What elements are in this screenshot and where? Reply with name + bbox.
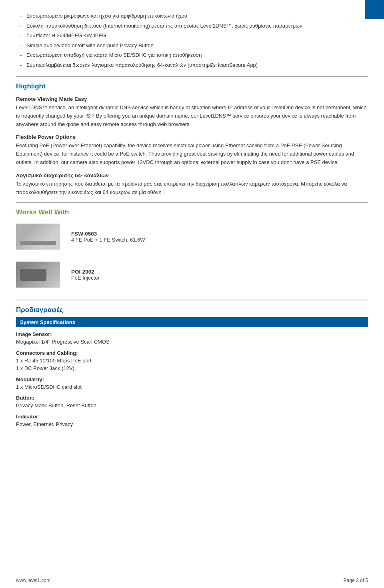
works-well-with-section: Works Well With FSW-0503 4 FE PoE + 1 FE… [16,208,368,288]
product-desc-poi: PoE Injector [71,275,100,281]
product-desc-fsw: 4 FE PoE + 1 FE Switch, 61.6W [71,237,145,243]
product-image-poi [16,262,60,288]
spec-value-modularity: 1 x MicroSD/SDHC card slot [16,384,82,390]
product-item-poi: POI-2002 PoE Injector [16,262,368,288]
flexible-power-heading: Flexible Power Options [16,134,368,140]
spec-label-indicator: Indicator: [16,414,368,420]
section-divider-2 [16,202,368,203]
specs-header-bar: System Specifications [16,317,368,327]
switch-image-graphic [16,224,60,250]
highlight-section: Highlight Remote Viewing Made Easy Level… [16,82,368,196]
specs-section: Προδιαγραφές System Specifications Image… [16,306,368,428]
section-divider-3 [16,300,368,300]
flexible-power-text: Featuring PoE (Power-over-Ethernet) capa… [16,142,368,166]
remote-viewing-heading: Remote Viewing Made Easy [16,96,368,102]
product-image-fsw [16,224,60,250]
spec-value-indicator: Power, Ethernet, Privacy [16,421,73,427]
feature-list: Ενσωματωμένο μικρόφωνο και ηχείο για αμφ… [16,12,368,69]
list-item: Εύκολη παρακολούθηση δικτύου (Internet m… [20,22,368,30]
specs-title: Προδιαγραφές [16,306,368,314]
list-item: Simple audio/video on/off with one-push … [20,42,368,50]
spec-value-connectors: 1 x RJ-45 10/100 Mbps PoE port1 x DC Pow… [16,358,92,372]
software-heading: Λογισμικό διαχείρισης 64- καναλιών [16,172,368,178]
section-divider [16,76,368,77]
product-info-fsw: FSW-0503 4 FE PoE + 1 FE Switch, 61.6W [71,231,145,243]
spec-value-button: Privacy Mask Button, Reset Button [16,402,96,408]
spec-row-button: Button: Privacy Mask Button, Reset Butto… [16,395,368,410]
product-name-fsw: FSW-0503 [71,231,145,237]
page-footer: www.level1.com Page 2 of 5 [0,575,384,583]
highlight-title: Highlight [16,82,368,90]
works-well-title: Works Well With [16,208,368,216]
spec-label-modularity: Modularity: [16,376,368,382]
product-info-poi: POI-2002 PoE Injector [71,269,100,281]
spec-label-connectors: Connectors and Cabling: [16,350,368,356]
product-name-poi: POI-2002 [71,269,100,275]
list-item: Ενσωματωμένο μικρόφωνο και ηχείο για αμφ… [20,12,368,20]
spec-row-image-sensor: Image Sensor: Megapixel 1/4" Progressive… [16,331,368,346]
list-item: Ενσωματωμένη υποδοχή για κάρτα Micro SD/… [20,51,368,59]
software-text: Το λογισμικό επιτήρησης που διατίθεται μ… [16,180,368,197]
injector-image-graphic [16,262,60,288]
spec-row-connectors: Connectors and Cabling: 1 x RJ-45 10/100… [16,350,368,372]
spec-label-button: Button: [16,395,368,401]
product-item-fsw: FSW-0503 4 FE PoE + 1 FE Switch, 61.6W [16,224,368,250]
spec-row-modularity: Modularity: 1 x MicroSD/SDHC card slot [16,376,368,391]
spec-row-indicator: Indicator: Power, Ethernet, Privacy [16,414,368,428]
list-item: Συμπίεση: H.264/MPEG-4/MJPEG [20,32,368,40]
remote-viewing-text: Level1DNS™ service, an intelligent dynam… [16,104,368,128]
footer-page: Page 2 of 5 [344,578,368,583]
footer-website: www.level1.com [16,578,50,583]
list-item: Συμπεριλαμβάνεται δωρεάν λογισμικό παρακ… [20,61,368,69]
page-container: Ενσωματωμένο μικρόφωνο και ηχείο για αμφ… [0,0,384,456]
spec-value-image-sensor: Megapixel 1/4" Progressive Scan CMOS [16,339,110,345]
spec-label-image-sensor: Image Sensor: [16,331,368,337]
bullet-list-section: Ενσωματωμένο μικρόφωνο και ηχείο για αμφ… [16,8,368,69]
